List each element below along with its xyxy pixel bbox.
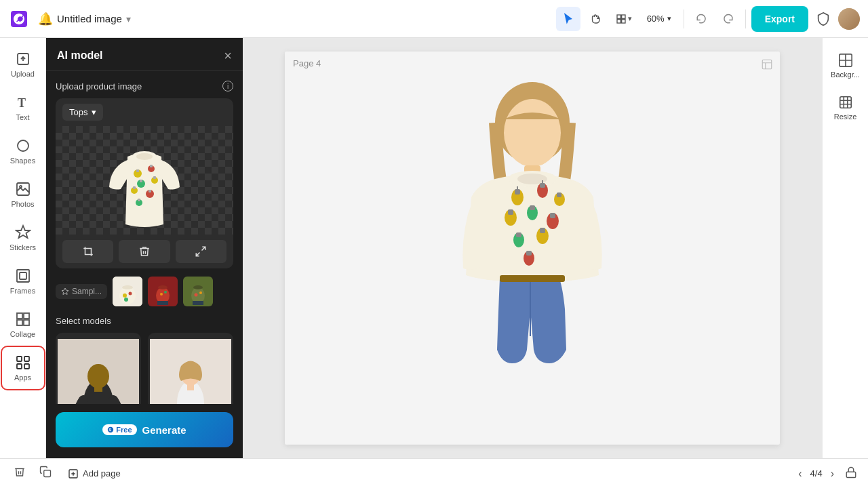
svg-rect-30 bbox=[136, 169, 139, 172]
sidebar-item-collage[interactable]: Collage bbox=[2, 304, 44, 346]
sidebar-label-frames: Frames bbox=[10, 287, 35, 295]
svg-point-41 bbox=[122, 285, 133, 289]
export-button[interactable]: Export bbox=[751, 6, 808, 32]
svg-rect-34 bbox=[133, 186, 136, 189]
sample-thumb-3[interactable] bbox=[183, 277, 213, 306]
select-models-label: Select models bbox=[56, 316, 233, 326]
shield-button[interactable] bbox=[811, 7, 835, 31]
duplicate-page-button[interactable] bbox=[37, 463, 54, 484]
svg-rect-19 bbox=[24, 364, 29, 369]
svg-point-7 bbox=[18, 140, 28, 151]
svg-point-59 bbox=[87, 364, 109, 388]
svg-rect-11 bbox=[20, 272, 26, 279]
svg-marker-38 bbox=[62, 288, 68, 295]
sidebar-label-photos: Photos bbox=[11, 200, 34, 208]
svg-rect-60 bbox=[94, 385, 102, 392]
undo-button[interactable] bbox=[690, 7, 714, 31]
resize-button[interactable]: Resize bbox=[826, 88, 865, 127]
prev-page-button[interactable]: ‹ bbox=[795, 465, 804, 483]
user-avatar[interactable] bbox=[838, 8, 860, 30]
sidebar-label-collage: Collage bbox=[10, 330, 35, 338]
hand-tool-button[interactable] bbox=[583, 7, 608, 31]
lock-button[interactable] bbox=[845, 466, 857, 481]
background-button[interactable]: Backgr... bbox=[826, 46, 865, 85]
svg-rect-10 bbox=[17, 270, 29, 282]
panel-header: AI model × bbox=[46, 38, 243, 71]
sample-label[interactable]: Sampl... bbox=[56, 284, 107, 299]
sidebar-label-upload: Upload bbox=[11, 70, 35, 78]
svg-rect-114 bbox=[846, 472, 856, 477]
left-sidebar: Upload T Text Shapes Photos Stickers Fra… bbox=[0, 38, 46, 458]
trash-page-button[interactable] bbox=[11, 463, 28, 484]
sidebar-label-stickers: Stickers bbox=[9, 243, 36, 251]
sidebar-item-photos[interactable]: Photos bbox=[2, 174, 44, 216]
view-options-button[interactable]: ▾ bbox=[610, 7, 637, 31]
page-nav: ‹ 4/4 › bbox=[795, 465, 837, 483]
title-chevron-icon[interactable]: ▾ bbox=[126, 14, 131, 24]
panel-close-button[interactable]: × bbox=[224, 49, 232, 62]
undo-redo-group bbox=[690, 7, 740, 31]
svg-rect-15 bbox=[24, 320, 29, 325]
panel-body: Upload product image i Tops ▾ bbox=[46, 71, 243, 404]
topbar: 🔔 Untitled image ▾ ▾ 60% ▾ bbox=[0, 0, 868, 38]
svg-rect-92 bbox=[540, 183, 545, 188]
canvas-page[interactable]: Page 4 bbox=[285, 52, 780, 445]
svg-point-22 bbox=[136, 153, 153, 160]
models-grid bbox=[56, 333, 233, 404]
canva-logo[interactable] bbox=[8, 8, 30, 30]
svg-rect-35 bbox=[149, 190, 151, 192]
svg-rect-31 bbox=[150, 165, 153, 167]
category-dropdown[interactable]: Tops ▾ bbox=[62, 104, 103, 121]
document-title[interactable]: Untitled image bbox=[57, 13, 122, 24]
sidebar-item-apps[interactable]: Apps bbox=[2, 347, 44, 389]
background-label: Backgr... bbox=[831, 70, 860, 79]
zoom-button[interactable]: 60% ▾ bbox=[640, 7, 678, 31]
zoom-level: 60% bbox=[647, 14, 665, 24]
crop-button[interactable] bbox=[62, 240, 113, 263]
upload-box-top: Tops ▾ bbox=[56, 98, 233, 126]
select-tool-button[interactable] bbox=[556, 7, 580, 31]
free-badge: $ Free bbox=[102, 424, 136, 435]
svg-rect-13 bbox=[24, 313, 29, 319]
svg-rect-81 bbox=[762, 60, 772, 69]
model-card-1[interactable] bbox=[56, 333, 141, 404]
title-area: 🔔 Untitled image ▾ bbox=[38, 12, 131, 26]
svg-rect-101 bbox=[550, 213, 555, 218]
page-label: Page 4 bbox=[293, 58, 321, 68]
svg-rect-12 bbox=[17, 313, 22, 319]
model-card-2[interactable] bbox=[148, 333, 233, 404]
svg-rect-105 bbox=[540, 228, 545, 233]
canvas-model-figure bbox=[417, 79, 648, 418]
generate-button[interactable]: $ Free Generate bbox=[56, 412, 233, 447]
sidebar-item-shapes[interactable]: Shapes bbox=[2, 130, 44, 172]
sidebar-label-shapes: Shapes bbox=[10, 157, 35, 165]
svg-rect-33 bbox=[153, 176, 156, 179]
topbar-tools: ▾ 60% ▾ Export bbox=[556, 6, 860, 32]
redo-button[interactable] bbox=[715, 7, 740, 31]
sidebar-item-stickers[interactable]: Stickers bbox=[2, 217, 44, 259]
svg-point-43 bbox=[129, 292, 132, 296]
right-panel: Backgr... Resize bbox=[822, 38, 868, 458]
upload-controls bbox=[56, 235, 233, 268]
document-icon: 🔔 bbox=[38, 12, 53, 26]
sidebar-item-upload[interactable]: Upload bbox=[2, 43, 44, 85]
svg-rect-97 bbox=[508, 209, 513, 215]
sidebar-item-frames[interactable]: Frames bbox=[2, 260, 44, 302]
upload-section-label: Upload product image i bbox=[56, 81, 233, 92]
svg-rect-4 bbox=[621, 19, 625, 22]
sidebar-label-apps: Apps bbox=[14, 373, 31, 382]
sample-thumb-2[interactable] bbox=[148, 277, 178, 306]
next-page-button[interactable]: › bbox=[828, 465, 837, 483]
page-corner-icon bbox=[761, 58, 773, 74]
bottom-bar: Add page ‹ 4/4 › bbox=[0, 458, 868, 488]
page-count: 4/4 bbox=[810, 468, 823, 479]
sidebar-item-text[interactable]: T Text bbox=[2, 87, 44, 129]
expand-button[interactable] bbox=[176, 240, 226, 263]
sample-thumb-1[interactable] bbox=[113, 277, 142, 306]
delete-button[interactable] bbox=[119, 240, 170, 263]
upload-info-icon[interactable]: i bbox=[222, 81, 233, 92]
svg-rect-107 bbox=[526, 251, 532, 256]
svg-rect-103 bbox=[516, 232, 521, 237]
svg-text:T: T bbox=[18, 96, 26, 110]
add-page-button[interactable]: Add page bbox=[62, 466, 126, 482]
